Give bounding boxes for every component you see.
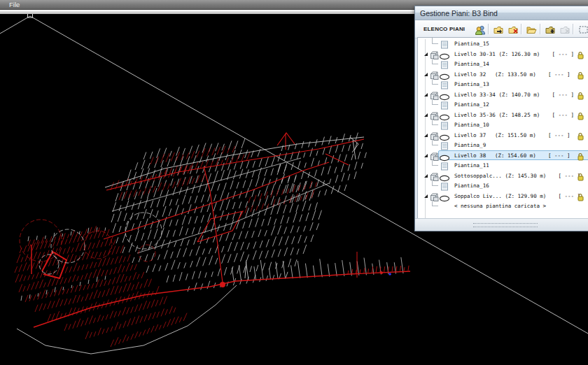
level-name: Livello 33-34 [454,91,496,99]
list-item-piantina[interactable]: Piantina_14 [418,59,588,69]
level-state: [ --- ] [548,131,570,139]
list-item-note[interactable]: < nessuna piantina caricata > [418,201,588,211]
resize-grip-icon[interactable] [473,223,538,227]
toolbar-separator [521,24,522,34]
selection-mode-icon[interactable] [575,22,588,37]
level-name: Livello 35-36 [454,111,496,119]
list-item-piantina[interactable]: Piantina_9 [418,140,588,150]
open-folder-icon[interactable] [524,22,539,37]
tree-connector [432,58,438,64]
list-item-livello[interactable]: Livello 37(Z: 151.50 m)[ --- ] [418,130,588,141]
list-item-livello[interactable]: Livello 35-36(Z: 148.25 m)[ --- ] [418,110,588,120]
tree-connector [432,119,438,125]
expander-icon[interactable] [424,73,428,76]
level-elevation: (Z: 129.90 m) [505,192,547,200]
expander-icon[interactable] [424,134,428,137]
piantina-name: Piantina_13 [454,80,489,88]
tree-connector [432,180,438,186]
list-item-livello[interactable]: Livello 32(Z: 133.50 m)[ --- ] [418,69,588,80]
palette-titlebar[interactable]: Gestione Piani: B3 Bind [415,6,588,20]
piantina-name: Piantina_14 [454,60,489,68]
level-elevation: (Z: 151.50 m) [495,131,536,139]
level-elevation: (Z: 145.30 m) [505,172,547,180]
piantina-name: Piantina_11 [454,162,489,169]
level-state: [ --- ] [548,71,570,78]
load-piantina-icon[interactable] [491,22,506,37]
list-item-piantina[interactable]: Piantina_13 [418,79,588,90]
level-elevation: (Z: 133.50 m) [495,71,536,78]
list-item-piantina[interactable]: Piantina_15 [418,38,588,49]
tree-connector [432,38,438,44]
level-state: [ --- ] [552,111,575,119]
level-name: Soppalco Liv... [454,192,502,200]
list-item-livello[interactable]: Soppalco Liv...(Z: 129.90 m)[ --- ] [418,191,588,201]
list-item-livello[interactable]: Livello 33-34(Z: 140.70 m)[ --- ] [418,90,588,100]
level-name: Livello 38 [454,152,486,159]
list-item-livello[interactable]: Livello 38(Z: 154.60 m)[ --- ] [418,150,588,161]
list-item-piantina[interactable]: Piantina_16 [418,180,588,191]
palette-toolbar: ELENCO PIANI ▼ [415,20,588,38]
plan-list: Piantina_15Livello 30-31(Z: 126.30 m)[ -… [417,37,588,220]
manage-users-icon[interactable] [472,22,488,37]
remove-piantina-icon[interactable] [505,22,521,37]
level-name: Livello 37 [454,131,486,139]
toolbar-separator [540,24,540,34]
tree-connector [432,200,438,206]
palette-footer [415,218,588,231]
tree-connector [432,99,438,105]
list-item-piantina[interactable]: Piantina_11 [418,160,588,171]
level-name: Sottosoppalc... [454,172,502,180]
list-item-livello[interactable]: Livello 30-31(Z: 126.30 m)[ --- ] [418,49,588,59]
gestione-piani-palette: Gestione Piani: B3 Bind ELENCO PIANI ▼ P… [414,6,588,231]
toolbar-separator [488,24,489,34]
palette-title: Gestione Piani: B3 Bind [415,9,498,17]
piantina-name: Piantina_10 [454,121,489,129]
level-state: [ --- ] [548,152,570,159]
level-name: Livello 30-31 [454,50,496,58]
piantina-name: Piantina_9 [454,141,486,149]
toolbar-separator [573,24,573,34]
level-state: [ --- ] [552,50,575,58]
tree-connector [432,78,438,85]
empty-note: < nessuna piantina caricata > [454,202,546,210]
expander-icon[interactable] [424,93,428,96]
import-level-icon[interactable] [542,22,558,37]
tree-connector [432,159,438,166]
elenco-piani-label: ELENCO PIANI [424,26,465,32]
level-elevation: (Z: 126.30 m) [499,50,540,58]
expander-icon[interactable] [424,194,428,198]
expander-icon[interactable] [424,52,428,56]
remove-level-icon [557,22,573,37]
level-elevation: (Z: 154.60 m) [495,152,536,159]
level-name: Livello 32 [454,71,486,78]
list-item-piantina[interactable]: Piantina_12 [418,99,588,110]
piantina-name: Piantina_16 [454,182,489,189]
expander-icon[interactable] [424,113,428,117]
menu-file[interactable]: File [6,0,22,9]
tree-connector [432,139,438,145]
list-item-piantina[interactable]: Piantina_10 [418,120,588,130]
list-item-livello[interactable]: Sottosoppalc...(Z: 145.30 m)[ --- ] [418,171,588,181]
piantina-name: Piantina_15 [454,40,489,48]
expander-icon[interactable] [424,174,428,178]
expander-icon[interactable] [424,154,428,157]
level-elevation: (Z: 140.70 m) [499,91,540,99]
level-state: [ --- ] [552,91,575,99]
level-elevation: (Z: 148.25 m) [499,111,540,119]
piantina-name: Piantina_12 [454,101,489,108]
